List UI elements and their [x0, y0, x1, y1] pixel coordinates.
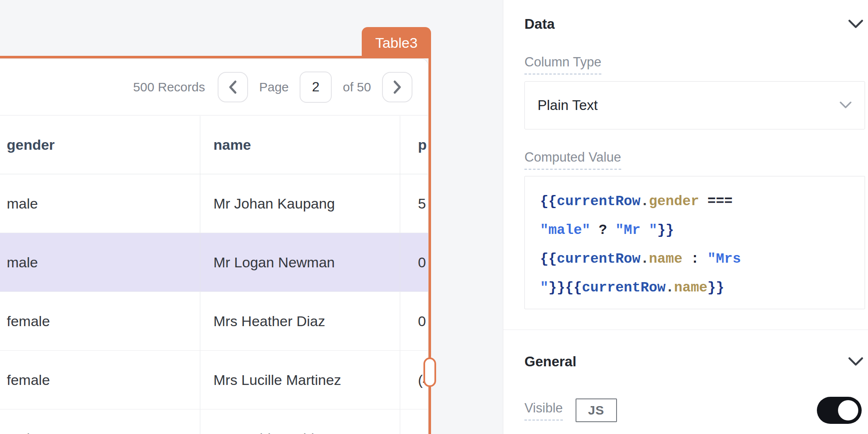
table-body: male Mr Johan Kaupang 5 male Mr Logan Ne… — [0, 174, 428, 434]
cell-gender[interactable]: female — [0, 292, 200, 350]
table-row[interactable]: female Mrs Lucille Martinez (4 — [0, 351, 428, 409]
visible-toggle-on[interactable] — [817, 397, 862, 424]
code-token: : — [682, 251, 707, 267]
code-line: {{currentRow.gender === — [540, 187, 856, 216]
code-token: currentRow — [582, 280, 666, 296]
code-token: }} — [657, 222, 674, 238]
column-type-label: Column Type — [524, 55, 601, 74]
visible-setting-row: Visible JS — [524, 397, 865, 424]
chevron-down-icon — [839, 101, 852, 110]
js-toggle-badge[interactable]: JS — [576, 398, 617, 422]
table-row[interactable]: female Mrs Heather Diaz 0 — [0, 292, 428, 351]
prev-page-button[interactable] — [218, 72, 248, 102]
code-token: "male" — [540, 222, 590, 238]
code-token: "Mrs — [707, 251, 741, 267]
cell-name[interactable]: Mr Johan Kaupang — [200, 174, 400, 233]
page-number-input[interactable] — [300, 71, 332, 103]
code-token: {{ — [540, 194, 557, 209]
cell-name[interactable]: Mr Logan Newman — [200, 233, 400, 291]
cell-gender[interactable]: female — [0, 351, 200, 409]
code-line: {{currentRow.name : "Mrs — [540, 245, 856, 274]
column-type-select[interactable]: Plain Text — [524, 81, 865, 129]
computed-value-code-editor[interactable]: {{currentRow.gender === "male" ? "Mr "}}… — [524, 176, 865, 309]
cell-name[interactable]: Mrs Heather Diaz — [200, 292, 400, 350]
code-line: "}}{{currentRow.name}} — [540, 274, 856, 302]
cell-gender[interactable]: male — [0, 233, 200, 291]
code-token: currentRow — [557, 194, 641, 209]
next-page-button[interactable] — [382, 72, 412, 102]
column-header-p[interactable]: p — [400, 116, 428, 174]
cell-gender[interactable]: male — [0, 409, 200, 434]
page-label: Page — [259, 80, 289, 94]
code-token: }} — [707, 280, 724, 296]
cell-name[interactable]: Mrs Lucille Martinez — [200, 351, 400, 409]
cell-p[interactable]: 0 — [400, 292, 428, 350]
cell-p[interactable]: 0 — [400, 409, 428, 434]
section-header-data[interactable]: Data — [524, 16, 865, 32]
code-token: ? — [590, 222, 615, 238]
code-token: gender — [649, 194, 699, 209]
table-header-row: gender name p — [0, 116, 428, 174]
table-row[interactable]: male Mr Johan Kaupang 5 — [0, 174, 428, 233]
column-header-name[interactable]: name — [200, 116, 400, 174]
code-line: "male" ? "Mr "}} — [540, 216, 856, 245]
cell-gender[interactable]: male — [0, 174, 200, 233]
computed-value-label: Computed Value — [524, 150, 621, 170]
table-row-selected[interactable]: male Mr Logan Newman 0 — [0, 233, 428, 292]
section-title: Data — [524, 16, 555, 32]
code-token: {{ — [565, 280, 582, 296]
records-count: 500 Records — [133, 80, 205, 94]
table-component: 500 Records Page of 50 gender name p mal… — [0, 58, 429, 434]
component-tab-table3[interactable]: Table3 — [362, 27, 431, 58]
section-header-general[interactable]: General — [524, 354, 865, 370]
component-resize-handle[interactable] — [423, 357, 436, 387]
cell-p[interactable]: 0 — [400, 233, 428, 291]
inspector-panel: Data Column Type Plain Text Computed Val… — [503, 0, 868, 434]
cell-name[interactable]: Mr David Washing... — [200, 409, 400, 434]
table-row[interactable]: male Mr David Washing... 0 — [0, 409, 428, 434]
chevron-down-icon[interactable] — [848, 19, 864, 29]
cell-p[interactable]: 5 — [400, 174, 428, 233]
code-token: "Mr " — [615, 222, 657, 238]
table-pagination: 500 Records Page of 50 — [0, 59, 428, 115]
code-token: }} — [549, 280, 565, 296]
column-header-gender[interactable]: gender — [0, 116, 200, 174]
chevron-left-icon — [228, 80, 237, 94]
toggle-knob — [838, 400, 858, 420]
code-token: {{ — [540, 251, 557, 267]
code-token: === — [699, 194, 732, 209]
chevron-down-icon[interactable] — [848, 357, 864, 367]
section-title: General — [524, 354, 576, 370]
page-total-label: of 50 — [343, 80, 371, 94]
code-token: name — [649, 251, 682, 267]
visible-label: Visible — [524, 401, 563, 420]
column-type-selected-value: Plain Text — [538, 97, 839, 113]
code-token: " — [540, 280, 549, 296]
code-token: name — [674, 280, 707, 296]
code-token: . — [666, 280, 674, 296]
section-divider — [503, 330, 868, 330]
code-token: . — [641, 194, 649, 209]
code-token: . — [641, 251, 649, 267]
chevron-right-icon — [393, 80, 402, 94]
code-token: currentRow — [557, 251, 641, 267]
